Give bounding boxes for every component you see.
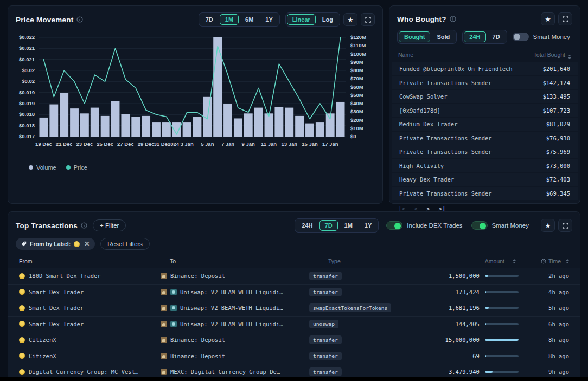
svg-text:$0: $0 [350, 133, 356, 139]
star-icon: ★ [347, 16, 354, 23]
option-1m[interactable]: 1M [339, 220, 358, 231]
svg-text:$70M: $70M [350, 75, 363, 81]
svg-text:13 Jan: 13 Jan [281, 141, 297, 147]
top-transactions-title: Top Transactions [16, 222, 78, 230]
svg-text:$120M: $120M [350, 34, 366, 40]
svg-text:$0.019: $0.019 [19, 89, 35, 95]
dashboard: Price Movement 7D1M6M1Y LinearLog ★ $0.0… [0, 0, 588, 381]
legend-volume[interactable]: Volume [29, 164, 56, 171]
svg-text:23 Dec: 23 Dec [76, 141, 93, 147]
option-1m[interactable]: 1M [220, 14, 239, 25]
svg-text:$0.019: $0.019 [19, 100, 35, 106]
info-icon [76, 16, 83, 23]
star-icon: ★ [545, 16, 551, 23]
type-badge: transfer [309, 352, 342, 360]
expand-icon [563, 16, 568, 22]
svg-text:15 Jan: 15 Jan [302, 141, 318, 147]
table-row[interactable]: Smart Dex TraderUniswap: V2 BEAM-WETH Li… [8, 300, 580, 317]
coin-icon [19, 273, 25, 279]
remove-filter-icon[interactable]: ✕ [84, 240, 90, 248]
exchange-icon [161, 321, 167, 327]
option-1y[interactable]: 1Y [359, 220, 377, 231]
amount-bar [485, 339, 519, 341]
option-7d[interactable]: 7D [319, 220, 338, 231]
option-linear[interactable]: Linear [287, 14, 316, 25]
svg-text:$0.021: $0.021 [19, 56, 35, 62]
option-6m[interactable]: 6M [240, 14, 259, 25]
price-range-options: 7D1M6M1Y [199, 12, 280, 27]
column-amount[interactable]: Amount [485, 258, 516, 264]
svg-text:$0.02: $0.02 [22, 67, 35, 73]
table-row[interactable]: Smart Dex TraderUniswap: V2 BEAM-WETH Li… [8, 285, 580, 301]
bottom-strip [0, 377, 588, 381]
expand-button[interactable] [558, 219, 572, 232]
table-row[interactable]: Medium Dex Trader$81,029 [392, 118, 578, 131]
option-sold[interactable]: Sold [431, 31, 455, 42]
option-7d[interactable]: 7D [200, 14, 219, 25]
option-bought[interactable]: Bought [399, 31, 430, 42]
include-dex-trades-toggle[interactable] [386, 221, 402, 230]
column-time[interactable]: Time [527, 258, 569, 264]
type-badge: transfer [309, 272, 342, 280]
smart-money-toggle[interactable] [513, 33, 529, 41]
filter-chip-from-by-label[interactable]: From by Label: ✕ [16, 238, 95, 250]
svg-text:$0.017: $0.017 [19, 133, 35, 139]
info-icon [450, 16, 456, 22]
svg-text:$60M: $60M [350, 84, 363, 90]
table-row[interactable]: CowSwap Solver$133,495 [392, 90, 578, 103]
expand-button[interactable] [558, 12, 572, 25]
column-total-bought[interactable]: Total Bought [534, 51, 571, 59]
legend-price[interactable]: Price [66, 164, 87, 171]
svg-text:31 De2024: 31 De2024 [154, 141, 180, 147]
svg-text:17 Jan: 17 Jan [322, 141, 338, 147]
table-row[interactable]: Funded @blueprint0x On Friendtech$201,64… [392, 62, 578, 75]
favorite-button[interactable]: ★ [541, 219, 555, 232]
option-log[interactable]: Log [317, 14, 338, 25]
column-type[interactable]: Type [328, 258, 445, 264]
svg-text:19 Dec: 19 Dec [35, 141, 52, 147]
svg-text:$110M: $110M [350, 42, 366, 48]
type-badge: transfer [309, 367, 342, 376]
table-row[interactable]: CitizenXBinance: Deposittransfer698h ago [8, 348, 580, 365]
table-row[interactable]: Private Transactions Sender$142,124 [392, 76, 578, 89]
price-chart[interactable]: $0.022$0.021$0.021$0.02$0.02$0.019$0.019… [8, 30, 382, 160]
info-icon [81, 222, 87, 229]
svg-text:$0.021: $0.021 [19, 45, 35, 51]
svg-text:$30M: $30M [350, 108, 363, 114]
type-badge: swapExactTokensForTokens [309, 303, 391, 312]
who-bought-range-options: 24H7D [462, 30, 507, 44]
table-row[interactable]: Heavy Dex Trader$72,403 [392, 173, 578, 186]
add-filter-button[interactable]: + Filter [93, 219, 126, 231]
svg-text:25 Dec: 25 Dec [97, 141, 113, 147]
option-24h[interactable]: 24H [464, 31, 485, 42]
option-7d[interactable]: 7D [487, 31, 506, 42]
transactions-toggles: Include DEX TradesSmart Money [386, 221, 538, 230]
table-row[interactable]: Private Transactions Sender$75,969 [392, 145, 578, 158]
option-1y[interactable]: 1Y [260, 14, 278, 25]
token-icon [170, 305, 177, 311]
column-name[interactable]: Name [398, 51, 413, 59]
column-to[interactable]: To [170, 258, 328, 264]
sort-icon [566, 259, 569, 263]
favorite-button[interactable]: ★ [343, 13, 357, 26]
amount-bar [485, 275, 519, 277]
coin-icon [19, 289, 25, 295]
table-row[interactable]: CitizenXBinance: Deposittransfer15,000,0… [8, 332, 580, 348]
reset-filters-button[interactable]: Reset Filters [100, 238, 150, 250]
favorite-button[interactable]: ★ [541, 12, 555, 25]
table-row[interactable]: Smart Dex TraderUniswap: V2 BEAM-WETH Li… [8, 317, 580, 333]
table-row[interactable]: Private Transactions Sender$76,930 [392, 132, 578, 145]
option-24h[interactable]: 24H [296, 220, 318, 231]
coin-icon [19, 305, 25, 311]
column-from[interactable]: From [19, 258, 170, 264]
smart-money-toggle[interactable] [471, 221, 488, 230]
table-row[interactable]: High Activity$73,000 [392, 159, 578, 172]
exchange-icon [161, 289, 167, 295]
legend-dot [29, 165, 33, 170]
amount-bar [485, 323, 519, 325]
table-row[interactable]: 180D Smart Dex TraderBinance: Deposittra… [8, 268, 580, 285]
table-row[interactable]: Private Transactions Sender$69,345 [392, 187, 578, 200]
expand-button[interactable] [361, 13, 375, 26]
table-row[interactable]: [0x9afd178d]$107,723 [392, 104, 578, 117]
coin-icon [19, 353, 25, 359]
